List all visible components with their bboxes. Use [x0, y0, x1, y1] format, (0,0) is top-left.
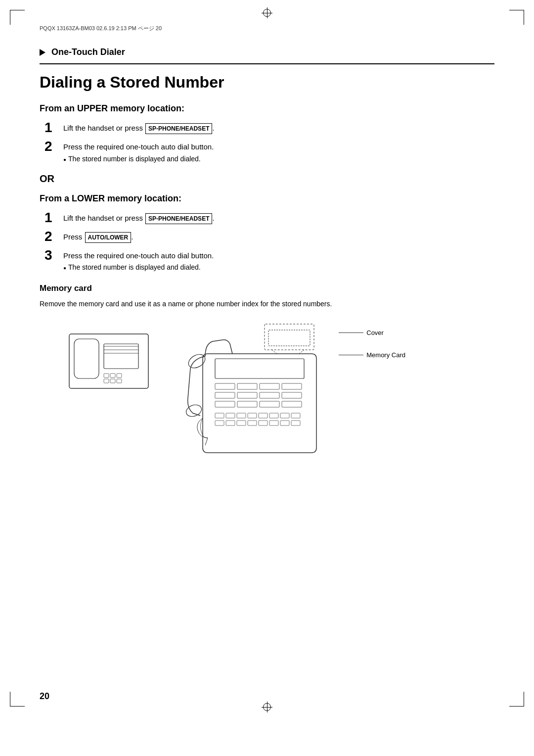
- upper-step-1-content: Lift the handset or press SP-PHONE/HEADS…: [63, 121, 215, 134]
- page-number: 20: [40, 691, 49, 702]
- svg-rect-7: [110, 374, 115, 378]
- upper-step-1-suffix: .: [212, 124, 214, 132]
- lower-step-2-content: Press AUTO/LOWER.: [63, 230, 133, 243]
- upper-step-2-content: Press the required one-touch auto dial b…: [63, 140, 214, 164]
- upper-step-2-number: 2: [44, 140, 56, 153]
- lower-step-1-text: Lift the handset or press: [63, 214, 143, 222]
- phone-large-diagram: Cover Memory Card: [173, 319, 341, 465]
- svg-rect-38: [248, 421, 257, 425]
- svg-rect-30: [248, 413, 257, 418]
- lower-step-2-number: 2: [44, 230, 56, 243]
- svg-rect-23: [215, 401, 235, 407]
- reg-mark-bottom: [262, 702, 272, 712]
- lower-step-2: 2 Press AUTO/LOWER.: [44, 230, 494, 243]
- svg-rect-20: [237, 392, 257, 398]
- svg-rect-36: [226, 421, 235, 425]
- lower-step-2-text: Press: [63, 233, 82, 241]
- lower-step-3-text: Press the required one-touch auto dial b…: [63, 251, 214, 260]
- cover-label-text: Cover: [366, 329, 384, 336]
- lower-step-1-content: Lift the handset or press SP-PHONE/HEADS…: [63, 211, 215, 224]
- svg-rect-27: [215, 413, 224, 418]
- upper-memory-heading: From an UPPER memory location:: [40, 103, 494, 114]
- svg-rect-10: [110, 379, 115, 383]
- svg-rect-22: [282, 392, 302, 398]
- memory-card-description: Remove the memory card and use it as a n…: [40, 298, 494, 309]
- svg-rect-21: [260, 392, 279, 398]
- svg-point-13: [184, 403, 203, 419]
- svg-rect-24: [237, 401, 257, 407]
- svg-rect-34: [291, 413, 300, 418]
- sp-phone-headset-key-upper: SP-PHONE/HEADSET: [145, 123, 212, 134]
- upper-step-1: 1 Lift the handset or press SP-PHONE/HEA…: [44, 121, 494, 135]
- page-title: Dialing a Stored Number: [40, 73, 494, 92]
- memory-card-label: Memory Card: [339, 351, 405, 359]
- memory-card-label-text: Memory Card: [366, 351, 405, 359]
- svg-rect-17: [260, 383, 279, 389]
- svg-rect-15: [215, 383, 235, 389]
- svg-rect-18: [282, 383, 302, 389]
- sp-phone-headset-key-lower: SP-PHONE/HEADSET: [145, 213, 212, 224]
- svg-rect-9: [104, 379, 109, 383]
- header-meta: PQQX 13163ZA-BM03 02.6.19 2:13 PM ページ 20: [40, 25, 494, 32]
- lower-step-3: 3 Press the required one-touch auto dial…: [44, 248, 494, 273]
- svg-rect-41: [280, 421, 289, 425]
- svg-rect-42: [291, 421, 300, 425]
- reg-mark-top: [262, 7, 272, 18]
- svg-rect-37: [237, 421, 246, 425]
- or-label: OR: [40, 173, 494, 185]
- lower-step-3-content: Press the required one-touch auto dial b…: [63, 248, 214, 273]
- lower-step-1-number: 1: [44, 211, 56, 225]
- memory-card-heading: Memory card: [40, 284, 494, 293]
- lower-step-3-number: 3: [44, 248, 56, 262]
- corner-mark-bl: [10, 692, 25, 707]
- svg-rect-28: [226, 413, 235, 418]
- lower-step-1-suffix: .: [212, 214, 214, 222]
- upper-step-2-text: Press the required one-touch auto dial b…: [63, 142, 214, 151]
- memory-card-section: Memory card Remove the memory card and u…: [40, 284, 494, 465]
- phone-large-svg: [173, 319, 341, 463]
- page: PQQX 13163ZA-BM03 02.6.19 2:13 PM ページ 20…: [0, 0, 534, 756]
- svg-rect-39: [259, 421, 267, 425]
- upper-step-2: 2 Press the required one-touch auto dial…: [44, 140, 494, 164]
- svg-rect-1: [74, 339, 99, 378]
- auto-lower-key: AUTO/LOWER: [85, 232, 132, 243]
- svg-rect-32: [269, 413, 278, 418]
- upper-step-2-bullet: The stored number is displayed and diale…: [63, 154, 214, 164]
- svg-rect-14: [215, 359, 304, 378]
- lower-step-2-suffix: .: [131, 233, 133, 241]
- lower-memory-steps: 1 Lift the handset or press SP-PHONE/HEA…: [44, 211, 494, 273]
- svg-rect-40: [269, 421, 278, 425]
- svg-rect-16: [237, 383, 257, 389]
- section-title-bar: One-Touch Dialer: [40, 47, 494, 64]
- upper-step-1-number: 1: [44, 121, 56, 135]
- svg-rect-26: [282, 401, 302, 407]
- svg-rect-33: [280, 413, 289, 418]
- svg-rect-29: [237, 413, 246, 418]
- diagram-labels: Cover Memory Card: [339, 329, 405, 359]
- phone-small-svg: [59, 319, 158, 403]
- or-section: OR: [40, 173, 494, 185]
- cover-label: Cover: [339, 329, 405, 336]
- svg-rect-11: [117, 379, 122, 383]
- svg-rect-44: [268, 330, 310, 346]
- section-bullet-icon: [40, 49, 45, 56]
- svg-rect-35: [215, 421, 224, 425]
- corner-mark-br: [509, 692, 524, 707]
- section-title: One-Touch Dialer: [40, 47, 494, 57]
- svg-rect-2: [104, 344, 138, 369]
- corner-mark-tl: [10, 10, 25, 25]
- lower-step-1: 1 Lift the handset or press SP-PHONE/HEA…: [44, 211, 494, 225]
- svg-rect-31: [259, 413, 267, 418]
- upper-memory-steps: 1 Lift the handset or press SP-PHONE/HEA…: [44, 121, 494, 164]
- lower-step-3-bullet: The stored number is displayed and diale…: [63, 262, 214, 273]
- corner-mark-tr: [509, 10, 524, 25]
- svg-rect-8: [117, 374, 122, 378]
- svg-rect-19: [215, 392, 235, 398]
- svg-rect-25: [260, 401, 279, 407]
- svg-line-46: [299, 350, 304, 354]
- phone-small-diagram: [59, 319, 158, 405]
- diagram-area: Cover Memory Card: [59, 319, 494, 465]
- section-title-text: One-Touch Dialer: [51, 47, 125, 57]
- upper-step-1-text: Lift the handset or press: [63, 124, 143, 132]
- svg-line-45: [272, 350, 277, 354]
